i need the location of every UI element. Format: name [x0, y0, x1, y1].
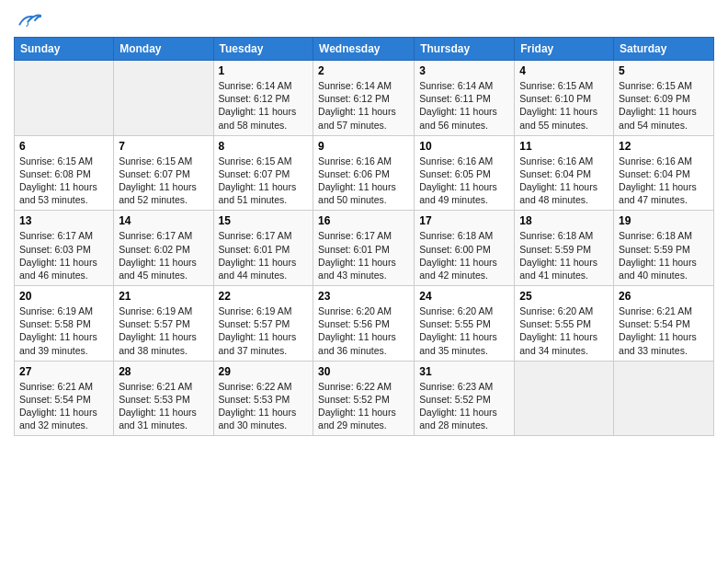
calendar-cell: 20Sunrise: 6:19 AMSunset: 5:58 PMDayligh… [15, 286, 114, 362]
weekday-header: Saturday [614, 38, 714, 61]
calendar-cell [15, 61, 114, 136]
calendar-cell: 12Sunrise: 6:16 AMSunset: 6:04 PMDayligh… [614, 135, 714, 211]
day-number: 24 [419, 290, 509, 303]
calendar-cell: 7Sunrise: 6:15 AMSunset: 6:07 PMDaylight… [114, 135, 213, 211]
calendar-cell: 28Sunrise: 6:21 AMSunset: 5:53 PMDayligh… [114, 361, 213, 436]
weekday-header: Tuesday [213, 38, 313, 61]
day-info: Sunrise: 6:17 AMSunset: 6:01 PMDaylight:… [318, 229, 409, 282]
day-number: 3 [419, 64, 509, 77]
calendar-cell [515, 361, 614, 436]
calendar-cell: 6Sunrise: 6:15 AMSunset: 6:08 PMDaylight… [15, 135, 114, 211]
day-info: Sunrise: 6:17 AMSunset: 6:03 PMDaylight:… [19, 229, 108, 282]
day-info: Sunrise: 6:18 AMSunset: 5:59 PMDaylight:… [619, 229, 709, 282]
calendar-cell [114, 61, 213, 136]
day-number: 9 [318, 140, 409, 153]
day-number: 23 [318, 290, 409, 303]
day-info: Sunrise: 6:15 AMSunset: 6:09 PMDaylight:… [619, 79, 709, 132]
calendar-cell: 30Sunrise: 6:22 AMSunset: 5:52 PMDayligh… [313, 361, 415, 436]
calendar-cell: 4Sunrise: 6:15 AMSunset: 6:10 PMDaylight… [515, 61, 614, 136]
day-number: 6 [19, 140, 108, 153]
calendar-cell [614, 361, 714, 436]
day-info: Sunrise: 6:14 AMSunset: 6:11 PMDaylight:… [419, 79, 509, 132]
day-info: Sunrise: 6:16 AMSunset: 6:04 PMDaylight:… [519, 155, 609, 207]
day-number: 4 [519, 64, 609, 77]
day-number: 17 [419, 214, 509, 227]
calendar-cell: 27Sunrise: 6:21 AMSunset: 5:54 PMDayligh… [15, 361, 114, 436]
day-info: Sunrise: 6:19 AMSunset: 5:57 PMDaylight:… [119, 304, 208, 357]
day-number: 25 [519, 290, 609, 303]
day-info: Sunrise: 6:22 AMSunset: 5:52 PMDaylight:… [318, 380, 409, 432]
day-info: Sunrise: 6:15 AMSunset: 6:10 PMDaylight:… [519, 79, 609, 132]
day-number: 10 [419, 140, 509, 153]
logo-icon [14, 9, 41, 31]
calendar-cell: 3Sunrise: 6:14 AMSunset: 6:11 PMDaylight… [415, 61, 515, 136]
day-info: Sunrise: 6:18 AMSunset: 6:00 PMDaylight:… [419, 229, 509, 282]
day-number: 27 [19, 365, 108, 378]
day-info: Sunrise: 6:15 AMSunset: 6:08 PMDaylight:… [19, 155, 108, 207]
day-info: Sunrise: 6:21 AMSunset: 5:54 PMDaylight:… [19, 380, 108, 432]
weekday-header: Friday [515, 38, 614, 61]
day-info: Sunrise: 6:17 AMSunset: 6:02 PMDaylight:… [119, 229, 208, 282]
calendar-cell: 26Sunrise: 6:21 AMSunset: 5:54 PMDayligh… [614, 286, 714, 362]
day-info: Sunrise: 6:16 AMSunset: 6:05 PMDaylight:… [419, 155, 509, 207]
day-info: Sunrise: 6:20 AMSunset: 5:55 PMDaylight:… [519, 304, 609, 357]
calendar-cell: 23Sunrise: 6:20 AMSunset: 5:56 PMDayligh… [313, 286, 415, 362]
calendar-cell: 10Sunrise: 6:16 AMSunset: 6:05 PMDayligh… [415, 135, 515, 211]
day-number: 2 [318, 64, 409, 77]
day-number: 28 [119, 365, 208, 378]
day-info: Sunrise: 6:17 AMSunset: 6:01 PMDaylight:… [219, 229, 309, 282]
day-info: Sunrise: 6:19 AMSunset: 5:58 PMDaylight:… [19, 304, 108, 357]
day-info: Sunrise: 6:22 AMSunset: 5:53 PMDaylight:… [219, 380, 309, 432]
calendar-cell: 19Sunrise: 6:18 AMSunset: 5:59 PMDayligh… [614, 211, 714, 286]
calendar-cell: 11Sunrise: 6:16 AMSunset: 6:04 PMDayligh… [515, 135, 614, 211]
day-number: 30 [318, 365, 409, 378]
calendar-cell: 15Sunrise: 6:17 AMSunset: 6:01 PMDayligh… [213, 211, 313, 286]
calendar-cell: 14Sunrise: 6:17 AMSunset: 6:02 PMDayligh… [114, 211, 213, 286]
weekday-header: Thursday [415, 38, 515, 61]
day-number: 7 [119, 140, 208, 153]
day-info: Sunrise: 6:21 AMSunset: 5:54 PMDaylight:… [619, 304, 709, 357]
weekday-header: Wednesday [313, 38, 415, 61]
day-info: Sunrise: 6:20 AMSunset: 5:56 PMDaylight:… [318, 304, 409, 357]
day-number: 31 [419, 365, 509, 378]
day-number: 20 [19, 290, 108, 303]
calendar-cell: 9Sunrise: 6:16 AMSunset: 6:06 PMDaylight… [313, 135, 415, 211]
day-info: Sunrise: 6:15 AMSunset: 6:07 PMDaylight:… [119, 155, 208, 207]
calendar-cell: 2Sunrise: 6:14 AMSunset: 6:12 PMDaylight… [313, 61, 415, 136]
day-number: 11 [519, 140, 609, 153]
day-number: 19 [619, 214, 709, 227]
day-info: Sunrise: 6:16 AMSunset: 6:06 PMDaylight:… [318, 155, 409, 207]
day-info: Sunrise: 6:14 AMSunset: 6:12 PMDaylight:… [219, 79, 309, 132]
day-info: Sunrise: 6:18 AMSunset: 5:59 PMDaylight:… [519, 229, 609, 282]
day-info: Sunrise: 6:16 AMSunset: 6:04 PMDaylight:… [619, 155, 709, 207]
weekday-header: Sunday [15, 38, 114, 61]
calendar-cell: 25Sunrise: 6:20 AMSunset: 5:55 PMDayligh… [515, 286, 614, 362]
day-info: Sunrise: 6:20 AMSunset: 5:55 PMDaylight:… [419, 304, 509, 357]
day-info: Sunrise: 6:14 AMSunset: 6:12 PMDaylight:… [318, 79, 409, 132]
day-number: 22 [219, 290, 309, 303]
calendar-cell: 22Sunrise: 6:19 AMSunset: 5:57 PMDayligh… [213, 286, 313, 362]
calendar-cell: 13Sunrise: 6:17 AMSunset: 6:03 PMDayligh… [15, 211, 114, 286]
calendar-cell: 17Sunrise: 6:18 AMSunset: 6:00 PMDayligh… [415, 211, 515, 286]
day-info: Sunrise: 6:15 AMSunset: 6:07 PMDaylight:… [219, 155, 309, 207]
day-number: 21 [119, 290, 208, 303]
day-number: 15 [219, 214, 309, 227]
calendar-cell: 1Sunrise: 6:14 AMSunset: 6:12 PMDaylight… [213, 61, 313, 136]
calendar-cell: 5Sunrise: 6:15 AMSunset: 6:09 PMDaylight… [614, 61, 714, 136]
calendar-cell: 21Sunrise: 6:19 AMSunset: 5:57 PMDayligh… [114, 286, 213, 362]
day-number: 18 [519, 214, 609, 227]
day-number: 1 [219, 64, 309, 77]
day-number: 5 [619, 64, 709, 77]
day-number: 8 [219, 140, 309, 153]
day-number: 13 [19, 214, 108, 227]
calendar-cell: 18Sunrise: 6:18 AMSunset: 5:59 PMDayligh… [515, 211, 614, 286]
calendar-cell: 24Sunrise: 6:20 AMSunset: 5:55 PMDayligh… [415, 286, 515, 362]
calendar-cell: 29Sunrise: 6:22 AMSunset: 5:53 PMDayligh… [213, 361, 313, 436]
day-info: Sunrise: 6:19 AMSunset: 5:57 PMDaylight:… [219, 304, 309, 357]
day-number: 29 [219, 365, 309, 378]
weekday-header: Monday [114, 38, 213, 61]
calendar-cell: 8Sunrise: 6:15 AMSunset: 6:07 PMDaylight… [213, 135, 313, 211]
day-number: 16 [318, 214, 409, 227]
day-info: Sunrise: 6:21 AMSunset: 5:53 PMDaylight:… [119, 380, 208, 432]
day-number: 26 [619, 290, 709, 303]
